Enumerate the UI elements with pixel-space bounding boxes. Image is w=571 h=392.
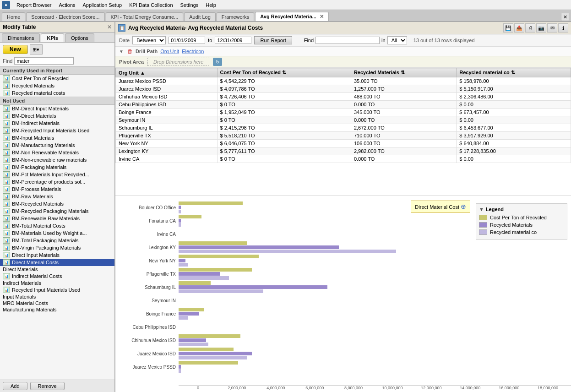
table-row[interactable]: New York NY$ 6,046,075 TO106.000 TO$ 640… <box>116 140 571 147</box>
kpi-icon: 📊 <box>3 75 10 82</box>
menu-help[interactable]: Help <box>202 1 220 9</box>
not-used-item[interactable]: 📊BM-Recycled Materials <box>0 200 114 207</box>
not-used-item[interactable]: 📊Recycled Input Materials Used <box>0 286 114 294</box>
camera-icon[interactable]: 📷 <box>536 23 546 33</box>
not-used-item[interactable]: Direct Materials <box>0 266 114 272</box>
drop-zone[interactable]: Drop Dimensions here <box>147 58 209 66</box>
left-tab-options[interactable]: Options <box>65 33 94 42</box>
menu-kpi-data-collection[interactable]: KPI Data Collection <box>125 1 176 9</box>
col-header-cost-per-ton[interactable]: Cost Per Ton of Recycled ⇅ <box>217 68 351 77</box>
table-row[interactable]: Seymour IN$ 0 TO0.000 TO$ 0.00 <box>116 116 571 124</box>
not-used-item[interactable]: 📊BM-Indirect Materials <box>0 120 114 127</box>
date-between-select[interactable]: Between <box>132 36 166 44</box>
tab-close-icon[interactable]: ✕ <box>320 14 324 19</box>
print-icon[interactable]: 🖨 <box>525 23 535 33</box>
date-to-input[interactable] <box>215 37 251 44</box>
not-used-item[interactable]: Input Materials <box>0 294 114 300</box>
list-item[interactable]: 📊 Cost Per Ton of Recycled <box>0 75 114 82</box>
not-used-item[interactable]: 📊BM-Recycled Input Materials Used <box>0 127 114 134</box>
not-used-item[interactable]: 📊BM-Total Packaging Materials <box>0 237 114 244</box>
col-header-recycled-material-co[interactable]: Recycled material co ⇅ <box>457 68 571 77</box>
table-row[interactable]: Irvine CA$ 0 TO0.000 TO$ 0.00 <box>116 155 571 163</box>
left-tab-kpis[interactable]: KPIs <box>41 33 64 42</box>
not-used-item[interactable]: 📊BM-Raw Materials <box>0 193 114 200</box>
not-used-item[interactable]: 📊BM-Non Renewable Materials <box>0 149 114 156</box>
tab-avg-recycled[interactable]: Avg Recycled Materia... ✕ <box>255 12 329 21</box>
left-tab-dimensions[interactable]: Dimensions <box>2 33 40 42</box>
chart-bar <box>179 338 206 342</box>
legend-item-0: Cost Per Ton of Recycled <box>479 215 564 220</box>
tab-frameworks[interactable]: Frameworks <box>217 12 255 21</box>
menu-application-setup[interactable]: Application Setup <box>79 1 126 9</box>
not-used-item[interactable]: 📊BM-Pct Materials Input Recycled... <box>0 171 114 178</box>
sort-org-unit[interactable]: Org Unit ▲ <box>119 70 145 76</box>
export-icon[interactable]: 📤 <box>514 23 524 33</box>
not-used-item[interactable]: 📊BM-Total Material Costs <box>0 222 114 229</box>
list-item[interactable]: 📊 Recycled Materials <box>0 82 114 89</box>
not-used-item[interactable]: 📊BM-Direct Input Materials <box>0 105 114 112</box>
drill-delete-icon[interactable]: 🗑 <box>127 48 133 54</box>
chart-bar <box>179 285 327 289</box>
list-item[interactable]: 📊 Recycled material costs <box>0 89 114 97</box>
table-row[interactable]: Juarez Mexico PSSD$ 4,542,229 TO35.000 T… <box>116 77 571 85</box>
not-used-item[interactable]: 📊BM-Packaging Materials <box>0 163 114 171</box>
close-all-tabs-icon[interactable]: ✕ <box>561 13 569 21</box>
not-used-item[interactable]: 📊Direct Input Materials <box>0 251 114 259</box>
panel-title: Modify Table <box>3 24 36 30</box>
not-used-item[interactable]: 📊BM-Input Materials <box>0 134 114 142</box>
menu-settings[interactable]: Settings <box>177 1 202 9</box>
not-used-item[interactable]: 📊Indirect Material Costs <box>0 272 114 280</box>
not-used-item[interactable]: 📊BM-Process Materials <box>0 185 114 193</box>
sort-cost-per-ton[interactable]: Cost Per Ton of Recycled ⇅ <box>220 70 287 76</box>
col-header-org-unit[interactable]: Org Unit ▲ <box>116 68 218 77</box>
grid-view-icon[interactable]: ⊞▾ <box>30 44 43 54</box>
table-row[interactable]: Lexington KY$ 5,777,611 TO2,982.000 TO$ … <box>116 147 571 155</box>
date-from-input[interactable] <box>169 37 205 44</box>
drill-electricon[interactable]: Electricon <box>182 49 204 54</box>
save-icon[interactable]: 💾 <box>503 23 513 33</box>
drill-org-unit[interactable]: Org Unit <box>160 49 179 54</box>
tab-kpi-energy[interactable]: KPI - Total Energy Consume... <box>106 12 184 21</box>
new-button[interactable]: New <box>3 45 28 54</box>
not-used-item[interactable]: Indirect Materials <box>0 280 114 286</box>
find-input[interactable] <box>14 57 74 65</box>
find-in-select[interactable]: All <box>387 36 407 44</box>
not-used-item[interactable]: MRO Material Costs <box>0 300 114 306</box>
menu-actions[interactable]: Actions <box>55 1 79 9</box>
tab-scorecard[interactable]: Scorecard - Electricon Score... <box>26 12 104 21</box>
menu-report-browser[interactable]: Report Browser <box>13 1 55 9</box>
not-used-item[interactable]: 📊BM-Direct Materials <box>0 112 114 120</box>
left-tab-row: Dimensions KPIs Options <box>0 33 114 43</box>
not-used-item[interactable]: 📊BM-Virgin Packaging Materials <box>0 244 114 251</box>
table-cell: 106.000 TO <box>351 140 456 147</box>
sort-recycled-material-co[interactable]: Recycled material co ⇅ <box>459 70 515 76</box>
pivot-refresh-icon[interactable]: ↻ <box>213 58 222 66</box>
email-icon[interactable]: ✉ <box>547 23 557 33</box>
info-icon[interactable]: ℹ <box>558 23 568 33</box>
remove-button[interactable]: Remove <box>30 382 65 390</box>
chart-bar <box>179 215 201 218</box>
not-used-item[interactable]: 📊BM-Renewable Raw Materials <box>0 215 114 222</box>
col-header-recycled-materials[interactable]: Recycled Materials ⇅ <box>351 68 456 77</box>
report-find-input[interactable] <box>315 37 380 44</box>
not-used-item[interactable]: 📊BM-Non-renewable raw materials <box>0 156 114 163</box>
not-used-item[interactable]: 📊BM-Materials Used by Weight a... <box>0 229 114 237</box>
table-row[interactable]: Cebu Philippines ISD$ 0 TO0.000 TO$ 0.00 <box>116 101 571 109</box>
table-row[interactable]: Chihuhua Mexico ISD$ 4,726,406 TO488.000… <box>116 93 571 101</box>
table-row[interactable]: Schaumburg IL$ 2,415,298 TO2,672.000 TO$… <box>116 124 571 132</box>
not-used-item[interactable]: Manufacturing Materials <box>0 306 114 313</box>
run-report-button[interactable]: Run Report <box>254 36 292 44</box>
panel-close-icon[interactable]: ✕ <box>107 24 112 30</box>
not-used-item[interactable]: 📊BM-Manufacturing Materials <box>0 142 114 149</box>
not-used-item[interactable]: 📊BM-Percentage of products sol... <box>0 178 114 185</box>
not-used-item[interactable]: 📊Direct Material Costs <box>0 259 114 266</box>
legend-collapse-icon[interactable]: ▼ <box>479 207 484 212</box>
tab-audit-log[interactable]: Audit Log <box>184 12 215 21</box>
table-row[interactable]: Juarez Mexico ISD$ 4,097,786 TO1,257.000… <box>116 85 571 93</box>
add-button[interactable]: Add <box>3 382 27 390</box>
sort-recycled-materials[interactable]: Recycled Materials ⇅ <box>354 70 405 76</box>
table-row[interactable]: Pflugerville TX$ 5,518,210 TO710.000 TO$… <box>116 132 571 140</box>
not-used-item[interactable]: 📊BM-Recycled Packaging Materials <box>0 207 114 215</box>
table-row[interactable]: Boinge France$ 1,952,049 TO345.000 TO$ 6… <box>116 109 571 116</box>
tab-home[interactable]: Home <box>2 12 25 21</box>
